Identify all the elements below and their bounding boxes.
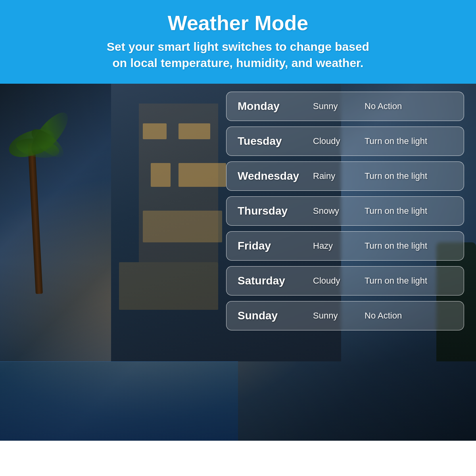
subtitle-line2: on local temperature, humidity, and weat… [113, 56, 364, 69]
day-name-sunday: Sunday [238, 309, 313, 322]
day-card-friday[interactable]: FridayHazyTurn on the light [226, 231, 464, 261]
page-title: Weather Mode [16, 11, 460, 35]
day-name-thursday: Thursday [238, 205, 313, 217]
day-card-sunday[interactable]: SundaySunnyNo Action [226, 301, 464, 330]
day-name-monday: Monday [238, 100, 313, 113]
header: Weather Mode Set your smart light switch… [0, 0, 476, 84]
day-name-saturday: Saturday [238, 274, 313, 287]
day-action-tuesday: Turn on the light [365, 136, 427, 146]
day-card-thursday[interactable]: ThursdaySnowyTurn on the light [226, 196, 464, 226]
day-action-sunday: No Action [365, 311, 402, 321]
day-weather-saturday: Cloudy [313, 276, 365, 286]
page-subtitle: Set your smart light switches to change … [16, 39, 460, 71]
window [178, 123, 210, 139]
window [178, 163, 226, 187]
window [119, 262, 218, 310]
day-card-tuesday[interactable]: TuesdayCloudyTurn on the light [226, 127, 464, 156]
day-weather-monday: Sunny [313, 101, 365, 111]
day-name-wednesday: Wednesday [238, 170, 313, 182]
subtitle-line1: Set your smart light switches to change … [107, 40, 369, 53]
main-content: MondaySunnyNo ActionTuesdayCloudyTurn on… [0, 84, 476, 441]
day-weather-tuesday: Cloudy [313, 136, 365, 146]
day-weather-sunday: Sunny [313, 311, 365, 321]
day-action-thursday: Turn on the light [365, 206, 427, 216]
cards-container: MondaySunnyNo ActionTuesdayCloudyTurn on… [226, 92, 464, 330]
day-action-monday: No Action [365, 101, 402, 111]
day-action-wednesday: Turn on the light [365, 171, 427, 181]
day-card-wednesday[interactable]: WednesdayRainyTurn on the light [226, 161, 464, 191]
day-card-monday[interactable]: MondaySunnyNo Action [226, 92, 464, 121]
day-name-friday: Friday [238, 240, 313, 252]
day-name-tuesday: Tuesday [238, 135, 313, 148]
day-card-saturday[interactable]: SaturdayCloudyTurn on the light [226, 266, 464, 296]
day-weather-thursday: Snowy [313, 206, 365, 216]
day-action-saturday: Turn on the light [365, 276, 427, 286]
pool-area [0, 361, 238, 441]
window [143, 123, 167, 139]
window [143, 211, 222, 242]
day-weather-friday: Hazy [313, 241, 365, 251]
window [151, 163, 171, 187]
day-action-friday: Turn on the light [365, 241, 427, 251]
day-weather-wednesday: Rainy [313, 171, 365, 181]
